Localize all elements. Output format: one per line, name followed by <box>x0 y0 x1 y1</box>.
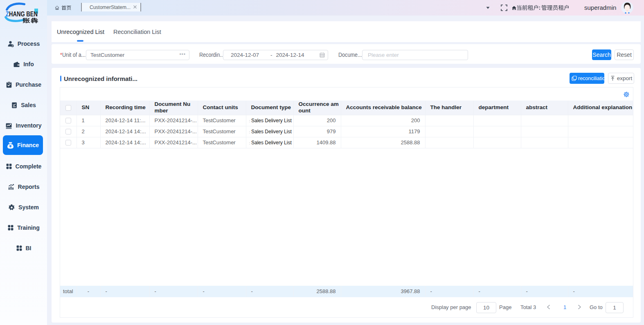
svg-text:ZHANG BEN: ZHANG BEN <box>6 10 38 18</box>
